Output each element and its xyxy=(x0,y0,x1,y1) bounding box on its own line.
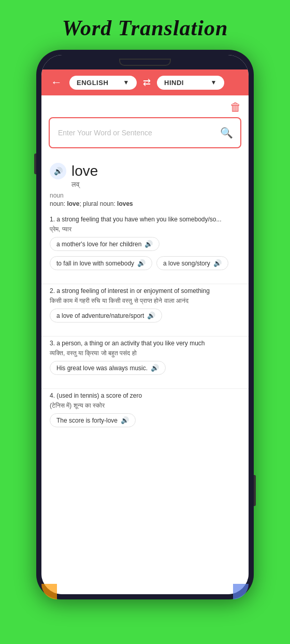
corner-decoration-blue xyxy=(233,584,249,599)
example-chip[interactable]: a love of adventure/nature/sport 🔊 xyxy=(50,309,162,323)
toolbar: ← ENGLISH ▼ ⇄ HINDI ▼ xyxy=(41,69,249,95)
definition-3: 3. a person, a thing or an activity that… xyxy=(41,339,249,386)
example-chip[interactable]: The score is forty-love 🔊 xyxy=(50,413,136,427)
example-text: The score is forty-love xyxy=(56,417,118,424)
app-title: Word Translation xyxy=(62,16,228,40)
example-text: His great love was always music. xyxy=(56,365,148,372)
volume-button xyxy=(34,153,36,174)
divider xyxy=(41,336,249,337)
definition-4: 4. (used in tennis) a score of zero (टेन… xyxy=(41,391,249,439)
noun-prefix: noun: xyxy=(50,200,67,207)
transliteration: लव् xyxy=(71,180,240,189)
def-2-examples: a love of adventure/nature/sport 🔊 xyxy=(50,309,240,326)
def-4-text: 4. (used in tennis) a score of zero xyxy=(50,391,240,400)
example-sound-icon[interactable]: 🔊 xyxy=(144,240,153,248)
delete-row: 🗑 xyxy=(49,101,241,114)
example-text: to fall in love with somebody xyxy=(56,260,134,267)
def-1-hindi: प्रेम, प्यार xyxy=(50,226,240,233)
delete-button[interactable]: 🗑 xyxy=(230,101,241,114)
example-sound-icon[interactable]: 🔊 xyxy=(213,259,222,267)
example-text: a love song/story xyxy=(163,260,210,267)
def-4-content: (used in tennis) a score of zero xyxy=(56,392,142,399)
word-sound-button[interactable]: 🔊 xyxy=(50,163,66,179)
divider xyxy=(41,388,249,389)
def-1-content: a strong feeling that you have when you … xyxy=(56,216,221,223)
main-word: love xyxy=(71,163,98,179)
def-3-number: 3. xyxy=(50,340,56,347)
noun-mid: ; plural noun: xyxy=(79,200,117,207)
target-language-selector[interactable]: HINDI ▼ xyxy=(157,76,224,90)
source-lang-chevron-icon: ▼ xyxy=(123,79,129,86)
status-bar xyxy=(41,55,249,69)
part-of-speech: noun xyxy=(50,192,240,199)
def-1-examples: a mother's love for her children 🔊 to fa… xyxy=(50,237,240,273)
def-2-text: 2. a strong feeling of interest in or en… xyxy=(50,286,240,296)
divider xyxy=(41,284,249,284)
target-lang-chevron-icon: ▼ xyxy=(211,79,217,86)
example-sound-icon[interactable]: 🔊 xyxy=(151,364,159,372)
example-sound-icon[interactable]: 🔊 xyxy=(137,259,146,267)
back-button[interactable]: ← xyxy=(48,75,65,90)
corner-decoration-orange xyxy=(41,584,57,599)
definition-1: 1. a strong feeling that you have when y… xyxy=(41,215,249,282)
def-2-hindi: किसी काम में गहरी रुचि या किसी वस्तु से … xyxy=(50,297,240,304)
example-sound-icon[interactable]: 🔊 xyxy=(121,416,129,424)
def-3-content: a person, a thing or an activity that yo… xyxy=(56,340,205,347)
def-4-hindi: (टेनिस में) शून्य का स्कोर xyxy=(50,402,240,409)
definition-2: 2. a strong feeling of interest in or en… xyxy=(41,286,249,334)
example-chip[interactable]: a love song/story 🔊 xyxy=(156,256,228,270)
source-lang-label: ENGLISH xyxy=(77,79,108,87)
notch xyxy=(119,59,171,66)
source-language-selector[interactable]: ENGLISH ▼ xyxy=(69,76,137,90)
def-2-number: 2. xyxy=(50,287,56,295)
noun-bold: love xyxy=(67,200,79,207)
example-chip[interactable]: a mother's love for her children 🔊 xyxy=(50,237,160,251)
power-button xyxy=(254,475,256,506)
def-4-examples: The score is forty-love 🔊 xyxy=(50,413,240,430)
search-input-box[interactable]: Enter Your Word or Sentence 🔍 xyxy=(49,117,241,148)
search-button[interactable]: 🔍 xyxy=(220,127,233,139)
example-text: a love of adventure/nature/sport xyxy=(56,312,144,319)
example-chip[interactable]: to fall in love with somebody 🔊 xyxy=(50,256,152,270)
def-1-text: 1. a strong feeling that you have when y… xyxy=(50,215,240,224)
phone-frame: ← ENGLISH ▼ ⇄ HINDI ▼ 🗑 Enter Your Word … xyxy=(36,50,254,599)
search-area: 🗑 Enter Your Word or Sentence 🔍 xyxy=(41,95,249,156)
def-3-examples: His great love was always music. 🔊 xyxy=(50,361,240,378)
noun-detail: noun: love; plural noun: loves xyxy=(50,200,240,207)
sound-icon: 🔊 xyxy=(54,167,63,175)
example-text: a mother's love for her children xyxy=(56,241,141,248)
word-section: 🔊 love लव् noun noun: love; plural noun:… xyxy=(41,156,249,215)
search-placeholder: Enter Your Word or Sentence xyxy=(58,129,220,137)
def-3-hindi: व्यक्ति, वस्तु या क्रिया जो बहुत पसंद हो xyxy=(50,349,240,357)
example-chip[interactable]: His great love was always music. 🔊 xyxy=(50,361,166,375)
example-sound-icon[interactable]: 🔊 xyxy=(147,312,155,319)
phone-screen: ← ENGLISH ▼ ⇄ HINDI ▼ 🗑 Enter Your Word … xyxy=(41,55,249,594)
target-lang-label: HINDI xyxy=(164,79,184,87)
def-1-number: 1. xyxy=(50,216,56,223)
swap-languages-button[interactable]: ⇄ xyxy=(141,75,153,90)
word-row: 🔊 love xyxy=(50,163,240,179)
noun-plural: loves xyxy=(117,200,133,207)
def-3-text: 3. a person, a thing or an activity that… xyxy=(50,339,240,348)
def-4-number: 4. xyxy=(50,392,56,399)
def-2-content: a strong feeling of interest in or enjoy… xyxy=(56,287,210,295)
main-content: 🗑 Enter Your Word or Sentence 🔍 🔊 love ल… xyxy=(41,95,249,594)
